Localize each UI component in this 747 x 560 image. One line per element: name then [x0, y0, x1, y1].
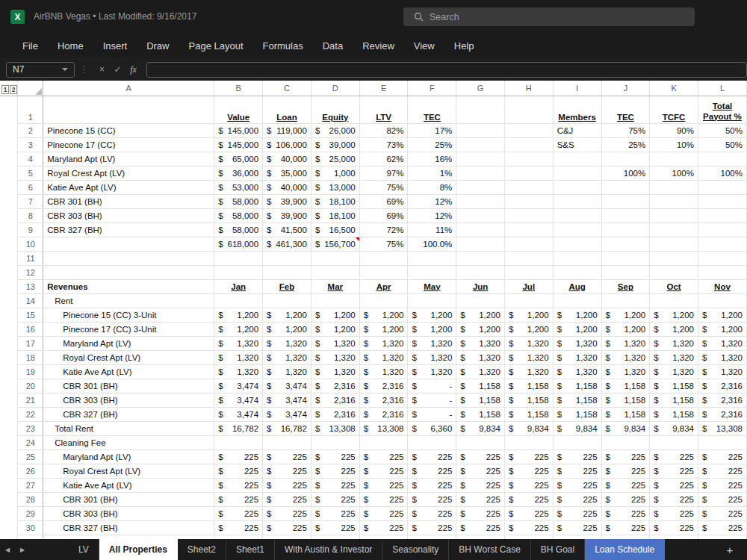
cell-F23[interactable]: $6,360	[408, 421, 456, 435]
row-header-25[interactable]: 25	[18, 449, 43, 464]
cell-G6[interactable]	[456, 180, 505, 194]
cell-I13[interactable]: Aug	[553, 279, 601, 293]
cell-D21[interactable]: $2,316	[311, 393, 359, 407]
cell-J7[interactable]	[601, 194, 650, 208]
cell-K11[interactable]	[650, 251, 698, 265]
cell-L25[interactable]: $225	[698, 449, 746, 464]
column-header-F[interactable]: F	[408, 81, 456, 96]
cell-A1[interactable]	[43, 96, 214, 123]
outline-level-2-button[interactable]: 2	[10, 85, 17, 94]
cell-D26[interactable]: $225	[311, 464, 359, 478]
cell-E25[interactable]: $225	[359, 449, 408, 464]
cell-K21[interactable]: $1,158	[650, 393, 698, 407]
cancel-icon[interactable]: ×	[94, 64, 110, 75]
row-header-3[interactable]: 3	[18, 137, 43, 152]
cell-B18[interactable]: $1,320	[214, 350, 263, 364]
cell-D9[interactable]: $16,500	[311, 223, 359, 237]
cell-J10[interactable]	[601, 237, 650, 251]
cell-E29[interactable]: $225	[359, 506, 408, 520]
cell-E2[interactable]: 82%	[359, 123, 408, 137]
cell-G15[interactable]: $1,200	[456, 308, 505, 322]
cell-I6[interactable]	[553, 180, 601, 194]
cell-J29[interactable]: $225	[601, 506, 650, 520]
row-header-21[interactable]: 21	[18, 393, 43, 407]
row-header-5[interactable]: 5	[18, 166, 43, 180]
cell-G27[interactable]: $225	[456, 478, 505, 492]
cell-B2[interactable]: $145,000	[214, 123, 263, 137]
cell-E14[interactable]	[359, 293, 408, 308]
cell-J8[interactable]	[601, 208, 650, 223]
cell-G30[interactable]: $225	[456, 520, 505, 535]
sheet-tab-bh-goal[interactable]: BH Goal	[531, 539, 585, 560]
cell-J2[interactable]: 75%	[601, 123, 650, 137]
cell-J27[interactable]: $225	[601, 478, 650, 492]
row-header-19[interactable]: 19	[18, 364, 43, 379]
cell-C6[interactable]: $40,000	[263, 180, 311, 194]
cell-E23[interactable]: $13,308	[359, 421, 408, 435]
cell-D11[interactable]	[311, 251, 359, 265]
cell-H25[interactable]: $225	[504, 449, 553, 464]
cell-K23[interactable]: $9,834	[650, 421, 698, 435]
cell-H18[interactable]: $1,320	[504, 350, 553, 364]
cell-A3[interactable]: Pinecone 17 (CC)	[43, 137, 214, 152]
cell-A14[interactable]: Rent	[43, 293, 214, 308]
sheet-nav-left-icon[interactable]: ◀	[0, 539, 15, 560]
cell-H20[interactable]: $1,158	[504, 379, 553, 393]
cell-K10[interactable]	[650, 237, 698, 251]
cell-H3[interactable]	[504, 137, 553, 152]
row-header-30[interactable]: 30	[18, 520, 43, 535]
cell-G13[interactable]: Jun	[456, 279, 505, 293]
row-header-26[interactable]: 26	[18, 464, 43, 478]
cell-G2[interactable]	[456, 123, 505, 137]
cell-J16[interactable]: $1,200	[601, 322, 650, 336]
cell-B30[interactable]: $225	[214, 520, 263, 535]
cell-G18[interactable]: $1,320	[456, 350, 505, 364]
cell-A13[interactable]: Revenues	[43, 279, 214, 293]
cell-L5[interactable]: 100%	[698, 166, 746, 180]
row-header-14[interactable]: 14	[18, 293, 43, 308]
cell-I26[interactable]: $225	[553, 464, 601, 478]
cell-F27[interactable]: $225	[408, 478, 456, 492]
cell-E26[interactable]: $225	[359, 464, 408, 478]
cell-L13[interactable]: Nov	[698, 279, 746, 293]
cell-L28[interactable]: $225	[698, 492, 746, 506]
cell-C29[interactable]: $225	[263, 506, 311, 520]
cell-J11[interactable]	[601, 251, 650, 265]
cell-F17[interactable]: $1,320	[408, 336, 456, 350]
cell-J6[interactable]	[601, 180, 650, 194]
cell-I22[interactable]: $1,158	[553, 407, 601, 421]
cell-A28[interactable]: CBR 301 (BH)	[43, 492, 214, 506]
cell-L14[interactable]	[698, 293, 746, 308]
cell-C19[interactable]: $1,320	[263, 364, 311, 379]
cell-G26[interactable]: $225	[456, 464, 505, 478]
cell-F29[interactable]: $225	[408, 506, 456, 520]
cell-B28[interactable]: $225	[214, 492, 263, 506]
cell-F15[interactable]: $1,200	[408, 308, 456, 322]
cell-E4[interactable]: 62%	[359, 152, 408, 166]
cell-B8[interactable]: $58,000	[214, 208, 263, 223]
cell-C12[interactable]	[263, 265, 311, 279]
menu-data[interactable]: Data	[313, 33, 353, 58]
cell-I20[interactable]: $1,158	[553, 379, 601, 393]
cell-H29[interactable]: $225	[504, 506, 553, 520]
cell-A15[interactable]: Pinecone 15 (CC) 3-Unit	[43, 308, 214, 322]
cell-B14[interactable]	[214, 293, 263, 308]
select-all-button[interactable]	[18, 81, 43, 96]
cell-D8[interactable]: $18,100	[311, 208, 359, 223]
row-header-12[interactable]: 12	[18, 265, 43, 279]
cell-H16[interactable]: $1,200	[504, 322, 553, 336]
cell-H14[interactable]	[504, 293, 553, 308]
cell-G7[interactable]	[456, 194, 505, 208]
cell-C23[interactable]: $16,782	[263, 421, 311, 435]
cell-F30[interactable]: $225	[408, 520, 456, 535]
cell-G11[interactable]	[456, 251, 505, 265]
cell-J9[interactable]	[601, 223, 650, 237]
cell-L6[interactable]	[698, 180, 746, 194]
sheet-tab-with-austin-investor[interactable]: With Austin & Investor	[275, 539, 382, 560]
formula-input[interactable]	[146, 62, 747, 78]
cell-I1[interactable]: Members	[553, 96, 601, 123]
cell-J20[interactable]: $1,158	[601, 379, 650, 393]
cell-H27[interactable]: $225	[504, 478, 553, 492]
cell-H17[interactable]: $1,320	[504, 336, 553, 350]
cell-L20[interactable]: $2,316	[698, 379, 746, 393]
